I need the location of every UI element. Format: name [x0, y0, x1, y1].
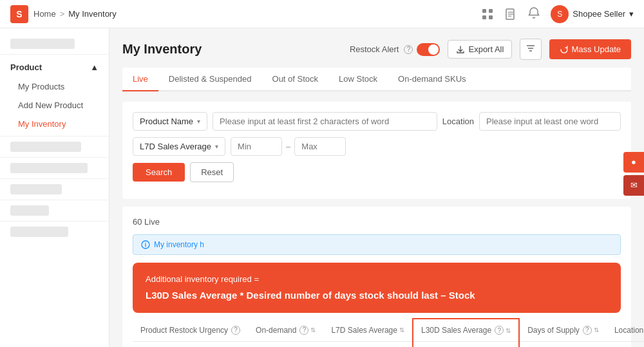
- tab-low-label: Low Stock: [339, 74, 377, 84]
- sidebar-item-my-products[interactable]: My Products: [0, 77, 109, 96]
- export-button[interactable]: Export All: [448, 40, 512, 59]
- mass-update-label: Mass Update: [571, 44, 621, 54]
- seller-chevron: ▾: [629, 9, 634, 19]
- sidebar: Product ▲ My Products Add New Product My…: [0, 28, 109, 347]
- tab-delisted[interactable]: Delisted & Suspended: [158, 68, 262, 91]
- restock-info-icon[interactable]: ?: [404, 45, 413, 54]
- tabs-bar: Live Delisted & Suspended Out of Stock L…: [122, 68, 631, 91]
- tab-live-label: Live: [133, 74, 148, 84]
- product-name-chevron: ▾: [197, 118, 200, 125]
- sidebar-blurred-4[interactable]: [10, 184, 62, 194]
- breadcrumb: Home > My Inventory: [33, 9, 117, 19]
- breadcrumb-current: My Inventory: [68, 9, 116, 19]
- tooltip-line1: Additional inventory required =: [146, 273, 608, 286]
- sales-filter-select[interactable]: L7D Sales Average ▾: [133, 137, 225, 156]
- sidebar-blurred-3[interactable]: [10, 163, 88, 173]
- tab-out-of-stock[interactable]: Out of Stock: [262, 68, 329, 91]
- sidebar-item-add-product[interactable]: Add New Product: [0, 96, 109, 115]
- td-product: Normal Parent SKU: 123 SKU: -: [133, 342, 248, 348]
- td-l7d: 4: [323, 342, 413, 348]
- product-name-input[interactable]: [213, 112, 437, 131]
- shopee-logo: S: [10, 5, 28, 23]
- notification-bell[interactable]: [527, 6, 540, 21]
- tab-on-demand[interactable]: On-demand SKUs: [388, 68, 477, 91]
- sidebar-blurred-5[interactable]: [10, 205, 49, 216]
- max-input[interactable]: [294, 137, 346, 156]
- info-banner: My inventory h: [133, 234, 621, 255]
- svg-rect-0: [482, 9, 486, 13]
- sidebar-blurred-2[interactable]: [10, 142, 81, 152]
- min-input[interactable]: [231, 137, 282, 156]
- th-days-info[interactable]: ?: [583, 326, 592, 335]
- home-link[interactable]: Home: [33, 9, 56, 19]
- top-nav: S Home > My Inventory S Shopee Seller ▾: [0, 0, 644, 28]
- location-input[interactable]: [479, 112, 621, 131]
- tab-low-stock[interactable]: Low Stock: [328, 68, 388, 91]
- nav-right: S Shopee Seller ▾: [481, 5, 634, 23]
- tab-ondemand-label: On-demand SKUs: [398, 74, 466, 84]
- tab-out-label: Out of Stock: [272, 74, 319, 84]
- mass-update-button[interactable]: Mass Update: [549, 39, 631, 59]
- th-location: Location ?: [607, 319, 644, 342]
- th-product: Product Restock Urgency ?: [133, 319, 248, 342]
- book-icon[interactable]: [504, 8, 517, 21]
- sidebar-item-my-inventory[interactable]: My Inventory: [0, 115, 109, 133]
- th-l7d-sort[interactable]: ⇅: [399, 326, 404, 333]
- th-ondemand-sort[interactable]: ⇅: [310, 326, 316, 333]
- info-icon: [141, 240, 150, 249]
- th-ondemand: On-demand ? ⇅: [248, 319, 323, 342]
- sidebar-item-label: Add New Product: [18, 100, 83, 110]
- filter-section: Product Name ▾ Location L7D Sales Averag…: [122, 102, 631, 199]
- restock-text: Restock Alert: [350, 44, 399, 54]
- grid-icon[interactable]: [481, 8, 494, 21]
- range-inputs: –: [231, 137, 346, 156]
- th-l30d-label: L30D Sales Average: [421, 326, 491, 335]
- th-days-supply: Days of Supply ? ⇅: [519, 319, 607, 342]
- svg-point-13: [145, 242, 146, 243]
- td-location: -: [607, 342, 644, 348]
- th-location-label: Location: [614, 326, 643, 335]
- sidebar-product-header[interactable]: Product ▲: [0, 57, 109, 77]
- table-row: Normal Parent SKU: 123 SKU: -: [133, 342, 644, 348]
- filter-button[interactable]: [520, 39, 542, 60]
- th-l30d-sort[interactable]: ⇅: [506, 327, 511, 334]
- sales-filter-chevron: ▾: [215, 143, 218, 150]
- th-l30d: L30D Sales Average ? ⇅: [413, 319, 519, 342]
- page-actions: Restock Alert ? Export All Mass Update: [350, 39, 631, 60]
- table-section: 60 Live My inventory h Additional invent…: [122, 207, 631, 347]
- sidebar-item-label: My Products: [18, 82, 64, 91]
- tooltip-line2: L30D Sales Average * Desired number of d…: [146, 290, 475, 301]
- sidebar-blurred-1[interactable]: [10, 39, 75, 49]
- chat-float-icon[interactable]: ●: [623, 152, 644, 173]
- th-days-sort[interactable]: ⇅: [594, 326, 599, 333]
- th-l30d-info[interactable]: ?: [495, 326, 504, 335]
- tab-delisted-label: Delisted & Suspended: [169, 74, 252, 84]
- restock-toggle[interactable]: [417, 43, 440, 56]
- th-ondemand-info[interactable]: ?: [299, 326, 308, 335]
- sidebar-product-section: Product ▲ My Products Add New Product My…: [0, 57, 109, 133]
- search-button[interactable]: Search: [133, 163, 185, 182]
- th-days-label: Days of Supply: [527, 326, 580, 335]
- main-content: My Inventory Restock Alert ? Export All: [109, 28, 644, 347]
- edit-float-icon[interactable]: ✉: [623, 175, 644, 196]
- toggle-knob: [428, 44, 439, 55]
- svg-rect-1: [489, 9, 493, 13]
- svg-rect-2: [482, 15, 486, 19]
- reset-button[interactable]: Reset: [190, 162, 234, 182]
- seller-info[interactable]: S Shopee Seller ▾: [551, 5, 634, 23]
- sidebar-blurred-6[interactable]: [10, 227, 68, 237]
- download-icon: [456, 45, 465, 54]
- sales-filter-label: L7D Sales Average: [140, 142, 211, 151]
- tab-live[interactable]: Live: [122, 68, 158, 91]
- export-label: Export All: [468, 44, 504, 54]
- svg-rect-3: [489, 15, 493, 19]
- range-separator: –: [286, 142, 290, 151]
- th-product-info[interactable]: ?: [231, 326, 240, 335]
- td-days-supply: 27: [519, 342, 607, 348]
- sidebar-chevron-up: ▲: [90, 62, 99, 72]
- product-name-select[interactable]: Product Name ▾: [133, 112, 207, 131]
- location-label: Location: [442, 117, 474, 126]
- live-count: 60 Live: [133, 217, 621, 227]
- th-l7d-label: L7D Sales Average: [331, 326, 397, 335]
- page-header: My Inventory Restock Alert ? Export All: [122, 39, 631, 60]
